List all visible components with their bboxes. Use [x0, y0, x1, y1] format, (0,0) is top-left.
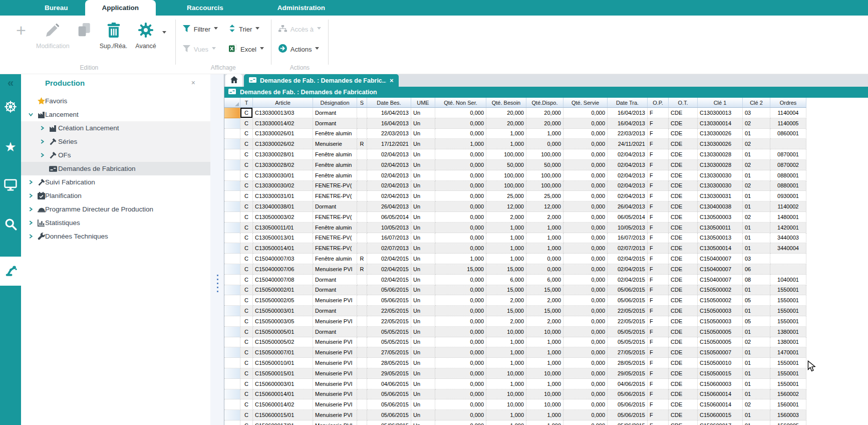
row-selector[interactable]: [224, 212, 240, 223]
cell-qte-dispo[interactable]: 15,000: [526, 306, 563, 316]
cell-op[interactable]: F: [648, 254, 669, 264]
cell-qte-servie[interactable]: 0,000: [563, 264, 608, 275]
cell-date-tra[interactable]: 02/04/2015: [608, 254, 648, 264]
cell-ot[interactable]: CDE: [669, 181, 698, 191]
cell-cle1[interactable]: C130300013: [698, 108, 743, 118]
cell-qte-non-ser[interactable]: 0,000: [435, 368, 486, 379]
cell-s[interactable]: [357, 275, 367, 285]
cell-qte-servie[interactable]: 0,000: [563, 316, 608, 327]
cell-ot[interactable]: CDE: [669, 233, 698, 244]
cell-date-tra[interactable]: 06/05/2014: [608, 212, 648, 223]
cell-ordres[interactable]: 1140002: [770, 201, 806, 212]
column-header-cle1[interactable]: Clé 1: [698, 98, 743, 108]
cell-qte-non-ser[interactable]: 0,000: [435, 243, 486, 254]
cell-cle1[interactable]: C150500003: [698, 316, 743, 327]
cell-s[interactable]: [357, 233, 367, 244]
column-header-designation[interactable]: Désignation: [313, 98, 357, 108]
cell-op[interactable]: F: [648, 201, 669, 212]
cell-article[interactable]: C150400007/08: [253, 275, 313, 285]
sidebar-item-donnees-techniques[interactable]: Données Techniques: [21, 230, 210, 243]
cell-t[interactable]: C: [240, 118, 253, 129]
cell-ume[interactable]: Un: [411, 295, 435, 306]
cell-ume[interactable]: Un: [411, 118, 435, 129]
cell-ordres[interactable]: 0860001: [770, 129, 806, 139]
cell-date-bes[interactable]: 02/04/2013: [367, 160, 411, 170]
cell-qte-besoin[interactable]: 1,000: [486, 139, 526, 149]
cell-op[interactable]: F: [648, 181, 669, 191]
sidebar-item-lancement[interactable]: Lancement: [21, 108, 210, 121]
column-header-qte-dispo[interactable]: Qté.Dispo.: [526, 98, 563, 108]
cell-date-tra[interactable]: 22/05/2015: [608, 316, 648, 327]
cell-ordres[interactable]: [770, 264, 806, 275]
cell-qte-servie[interactable]: 0,000: [563, 285, 608, 296]
cell-ordres[interactable]: 1550001: [770, 306, 806, 316]
sidebar-item-series[interactable]: Séries: [21, 135, 210, 148]
cell-ot[interactable]: CDE: [669, 285, 698, 296]
cell-qte-dispo[interactable]: 10,000: [526, 389, 563, 400]
cell-qte-non-ser[interactable]: 0,000: [435, 129, 486, 139]
cell-designation[interactable]: Menuiserie PVI: [313, 358, 357, 368]
cell-cle1[interactable]: C130300031: [698, 191, 743, 201]
excel-button[interactable]: Excel: [229, 43, 264, 56]
cell-cle1[interactable]: C130500003: [698, 212, 743, 223]
cell-op[interactable]: F: [648, 316, 669, 327]
cell-qte-besoin[interactable]: 1,000: [486, 233, 526, 244]
cell-date-bes[interactable]: 05/06/2015: [367, 420, 411, 425]
cell-cle1[interactable]: C130400038: [698, 201, 743, 212]
cell-ordres[interactable]: 3440004: [770, 243, 806, 254]
cell-ot[interactable]: CDE: [669, 201, 698, 212]
actions-button[interactable]: Actions: [278, 43, 321, 56]
cell-qte-dispo[interactable]: 2,000: [526, 316, 563, 327]
cell-qte-servie[interactable]: 0,000: [563, 410, 608, 420]
cell-cle2[interactable]: 03: [743, 108, 770, 118]
cell-cle1[interactable]: C130500011: [698, 223, 743, 233]
cell-qte-non-ser[interactable]: 0,000: [435, 223, 486, 233]
cell-t[interactable]: C: [240, 243, 253, 254]
column-header-date-bes[interactable]: Date Bes.: [367, 98, 411, 108]
chevron-down-icon[interactable]: [29, 112, 34, 117]
cell-ume[interactable]: Un: [411, 254, 435, 264]
row-selector[interactable]: [224, 368, 240, 379]
cell-ot[interactable]: CDE: [669, 306, 698, 316]
cell-date-bes[interactable]: 04/06/2015: [367, 379, 411, 389]
cell-cle1[interactable]: C130300028: [698, 149, 743, 160]
cell-date-tra[interactable]: 02/04/2015: [608, 264, 648, 275]
cell-t[interactable]: C: [240, 327, 253, 337]
cell-op[interactable]: F: [648, 108, 669, 118]
row-selector[interactable]: [224, 201, 240, 212]
cell-qte-besoin[interactable]: 15,000: [486, 264, 526, 275]
cell-designation[interactable]: Fenêtre alumin: [313, 223, 357, 233]
cell-qte-dispo[interactable]: 100,000: [526, 170, 563, 181]
cell-op[interactable]: F: [648, 295, 669, 306]
cell-qte-dispo[interactable]: 2,000: [526, 295, 563, 306]
cell-article[interactable]: C130300031/01: [253, 191, 313, 201]
cell-cle2[interactable]: 01: [743, 285, 770, 296]
cell-qte-besoin[interactable]: 1,000: [486, 129, 526, 139]
cell-ot[interactable]: CDE: [669, 358, 698, 368]
cell-designation[interactable]: Menuiserie PVI: [313, 389, 357, 400]
cell-ot[interactable]: CDE: [669, 316, 698, 327]
cell-qte-non-ser[interactable]: 0,000: [435, 170, 486, 181]
cell-designation[interactable]: FENETRE-PV(: [313, 181, 357, 191]
cell-date-bes[interactable]: 28/05/2015: [367, 358, 411, 368]
cell-cle1[interactable]: C150500010: [698, 358, 743, 368]
cell-qte-non-ser[interactable]: 0,000: [435, 295, 486, 306]
cell-cle2[interactable]: 01: [743, 420, 770, 425]
cell-ordres[interactable]: 1420001: [770, 223, 806, 233]
cell-ordres[interactable]: 0880001: [770, 181, 806, 191]
cell-date-tra[interactable]: 05/05/2015: [608, 337, 648, 348]
cell-ot[interactable]: CDE: [669, 410, 698, 420]
cell-s[interactable]: [357, 327, 367, 337]
cell-ume[interactable]: Un: [411, 337, 435, 348]
cell-cle2[interactable]: 02: [743, 212, 770, 223]
cell-op[interactable]: F: [648, 358, 669, 368]
cell-t[interactable]: C: [240, 295, 253, 306]
cell-article[interactable]: C150500002/01: [253, 285, 313, 296]
cell-designation[interactable]: Menuiserie PVI: [313, 295, 357, 306]
cell-article[interactable]: C130300026/01: [253, 129, 313, 139]
cell-date-bes[interactable]: 02/04/2015: [367, 275, 411, 285]
cell-s[interactable]: [357, 420, 367, 425]
cell-cle2[interactable]: 02: [743, 139, 770, 149]
cell-s[interactable]: [357, 316, 367, 327]
modification-button[interactable]: Modification: [32, 19, 74, 51]
